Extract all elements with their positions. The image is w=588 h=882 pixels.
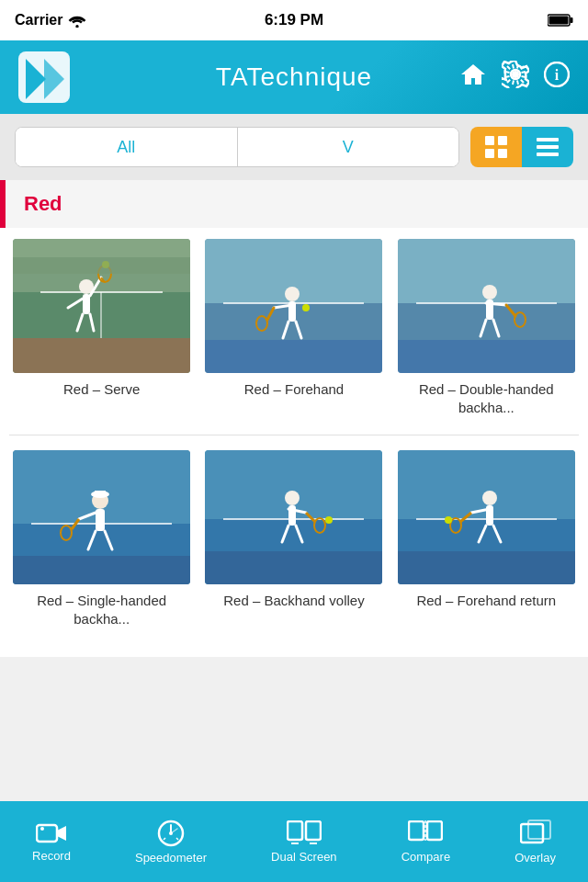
tab-dual-screen-label: Dual Screen	[271, 850, 337, 864]
svg-rect-103	[288, 821, 302, 840]
svg-rect-108	[427, 821, 442, 840]
grid-view-button[interactable]	[470, 127, 522, 167]
dual-screen-icon	[287, 820, 322, 846]
info-icon[interactable]: i	[544, 62, 570, 94]
svg-rect-3	[549, 17, 569, 25]
carrier-label: Carrier	[15, 12, 62, 28]
svg-rect-20	[13, 338, 190, 373]
speedometer-icon	[157, 820, 185, 847]
tab-compare-label: Compare	[401, 850, 450, 864]
grid-item-label-2: Red – Forehand	[244, 380, 344, 399]
filter-all-button[interactable]: All	[16, 128, 237, 166]
svg-rect-33	[13, 257, 190, 274]
grid-item-label-3: Red – Double-handed backha...	[398, 380, 575, 416]
status-bar-left: Carrier	[15, 12, 86, 28]
content-grid: Red – Serve	[0, 228, 588, 657]
svg-point-93	[445, 516, 452, 524]
svg-line-102	[176, 838, 178, 840]
list-item[interactable]: Red – Forehand return	[398, 450, 575, 628]
svg-point-50	[482, 285, 497, 300]
svg-rect-63	[95, 491, 106, 495]
wifi-icon	[68, 13, 86, 28]
svg-point-96	[40, 827, 44, 831]
status-bar-right	[548, 13, 573, 28]
svg-marker-95	[57, 826, 66, 841]
tab-compare[interactable]: Compare	[401, 820, 450, 864]
grid-row-1: Red – Serve	[9, 239, 579, 416]
svg-rect-59	[13, 556, 190, 584]
thumbnail-red-double-backhand	[398, 239, 575, 373]
svg-rect-13	[485, 149, 494, 158]
header: TATechnique i	[0, 40, 588, 114]
tab-speedometer-label: Speedometer	[135, 851, 207, 865]
record-icon	[36, 821, 67, 845]
svg-point-74	[285, 491, 300, 505]
svg-line-101	[164, 838, 165, 840]
list-item[interactable]: Red – Forehand	[205, 239, 382, 416]
svg-point-38	[285, 287, 300, 301]
header-actions: i	[459, 61, 570, 95]
list-view-button[interactable]	[522, 127, 573, 167]
header-title: TATechnique	[216, 62, 372, 92]
list-item[interactable]: Red – Double-handed backha...	[398, 239, 575, 416]
svg-rect-107	[409, 821, 424, 840]
svg-rect-15	[537, 138, 559, 141]
grid-item-label-5: Red – Backhand volley	[223, 592, 364, 610]
grid-item-label-6: Red – Forehand return	[416, 592, 556, 610]
overlay-icon	[520, 820, 551, 847]
tab-record[interactable]: Record	[32, 821, 71, 863]
svg-rect-17	[537, 153, 559, 156]
status-bar-time: 6:19 PM	[265, 11, 323, 29]
svg-rect-32	[13, 239, 190, 257]
svg-rect-104	[306, 821, 321, 840]
grid-row-2: Red – Single-handed backha...	[9, 450, 579, 628]
compare-icon	[408, 820, 443, 846]
settings-icon[interactable]	[502, 61, 529, 95]
tab-record-label: Record	[32, 849, 71, 863]
svg-rect-48	[398, 340, 575, 373]
filter-bar: All V	[0, 114, 588, 180]
tab-overlay[interactable]: Overlay	[514, 820, 556, 865]
home-icon[interactable]	[459, 62, 487, 94]
thumbnail-red-serve	[13, 239, 190, 373]
app-logo	[18, 51, 70, 103]
status-bar: Carrier 6:19 PM	[0, 0, 588, 40]
view-toggle	[470, 127, 573, 167]
svg-rect-36	[205, 340, 382, 373]
svg-rect-24	[83, 294, 90, 314]
svg-point-45	[302, 304, 310, 311]
svg-line-100	[171, 829, 177, 833]
svg-text:i: i	[555, 67, 560, 83]
tab-bar: Record Speedometer Dual Screen Compare	[0, 801, 588, 882]
thumbnail-red-forehand	[205, 239, 382, 373]
svg-rect-2	[571, 17, 573, 23]
svg-point-81	[325, 516, 333, 524]
section-header: Red	[0, 180, 588, 228]
svg-rect-94	[37, 825, 57, 842]
svg-rect-64	[96, 509, 105, 531]
thumbnail-red-single-backhand	[13, 450, 190, 584]
tab-speedometer[interactable]: Speedometer	[135, 820, 207, 865]
svg-rect-16	[537, 145, 559, 149]
list-item[interactable]: Red – Backhand volley	[205, 450, 382, 628]
grid-item-label-1: Red – Serve	[63, 380, 140, 399]
svg-point-0	[76, 25, 79, 28]
thumbnail-red-forehand-return	[398, 450, 575, 584]
svg-point-86	[482, 491, 497, 505]
svg-rect-72	[205, 551, 382, 584]
grid-item-label-4: Red – Single-handed backha...	[13, 592, 190, 628]
battery-icon	[548, 13, 573, 28]
list-item[interactable]: Red – Serve	[13, 239, 190, 416]
svg-rect-14	[498, 149, 507, 158]
section-title: Red	[24, 192, 62, 216]
tab-dual-screen[interactable]: Dual Screen	[271, 820, 337, 864]
svg-rect-84	[398, 551, 575, 584]
thumbnail-red-backhand-volley	[205, 450, 382, 584]
row-divider	[9, 435, 579, 435]
svg-line-52	[486, 303, 506, 305]
list-item[interactable]: Red – Single-handed backha...	[13, 450, 190, 628]
svg-rect-12	[498, 136, 507, 145]
tab-overlay-label: Overlay	[514, 851, 556, 865]
filter-v-button[interactable]: V	[238, 128, 459, 166]
svg-rect-11	[485, 136, 494, 145]
